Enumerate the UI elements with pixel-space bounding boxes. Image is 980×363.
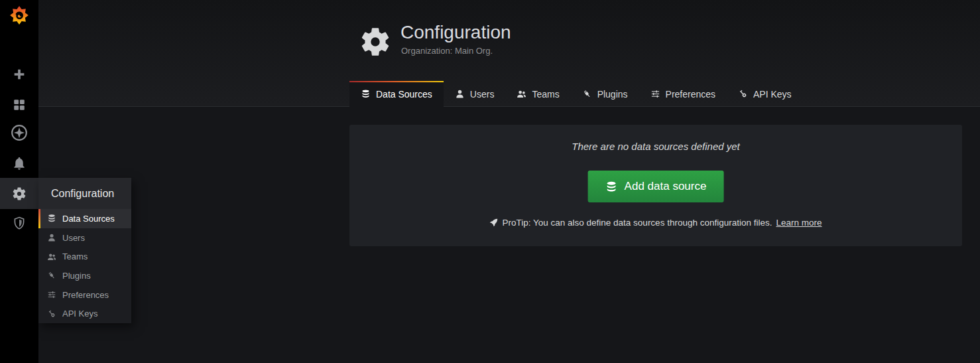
empty-state-message: There are no data sources defined yet — [349, 141, 962, 152]
tab-users[interactable]: Users — [444, 81, 506, 107]
grafana-logo-icon[interactable] — [9, 5, 29, 25]
tab-data-sources[interactable]: Data Sources — [349, 81, 444, 107]
protip-text: ProTip: You can also define data sources… — [502, 218, 772, 228]
bell-icon[interactable] — [0, 149, 38, 177]
user-icon — [47, 233, 56, 242]
flyout-item-api-keys[interactable]: API Keys — [38, 304, 131, 323]
configuration-flyout: Configuration Data Sources Users Teams P… — [38, 178, 131, 323]
protip-line: ProTip: You can also define data sources… — [349, 218, 962, 228]
key-icon — [738, 89, 748, 99]
rocket-icon — [489, 218, 498, 227]
users-icon — [517, 89, 526, 99]
key-icon — [47, 309, 56, 319]
plus-icon[interactable] — [0, 60, 38, 88]
flyout-item-label: Users — [62, 233, 85, 243]
compass-icon[interactable] — [0, 119, 38, 147]
tab-plugins[interactable]: Plugins — [571, 81, 639, 107]
plug-icon — [582, 89, 592, 99]
users-icon — [47, 252, 56, 261]
gear-icon[interactable] — [0, 178, 38, 209]
empty-datasources-panel: There are no data sources defined yet Ad… — [349, 125, 962, 246]
add-data-source-label: Add data source — [625, 180, 707, 193]
apps-grid-icon[interactable] — [0, 91, 38, 119]
flyout-title: Configuration — [38, 178, 131, 209]
tab-label: Users — [470, 89, 495, 100]
tab-label: Preferences — [666, 89, 715, 100]
learn-more-link[interactable]: Learn more — [776, 218, 822, 228]
flyout-item-data-sources[interactable]: Data Sources — [38, 209, 131, 228]
plug-icon — [47, 271, 56, 280]
database-icon — [47, 214, 56, 223]
flyout-item-label: Preferences — [62, 290, 109, 300]
tab-label: API Keys — [753, 89, 792, 100]
tab-bar: Data Sources Users Teams Plugins Prefere… — [349, 81, 803, 107]
tab-label: Plugins — [597, 89, 628, 100]
page-title: Configuration — [400, 22, 511, 43]
shield-icon[interactable] — [0, 209, 38, 237]
database-icon — [605, 181, 618, 193]
sliders-icon — [650, 89, 660, 99]
flyout-item-label: Teams — [62, 252, 88, 261]
tab-label: Data Sources — [376, 89, 432, 100]
flyout-item-teams[interactable]: Teams — [38, 247, 131, 266]
flyout-item-preferences[interactable]: Preferences — [38, 285, 131, 305]
tab-label: Teams — [532, 89, 559, 100]
flyout-item-plugins[interactable]: Plugins — [38, 266, 131, 285]
add-data-source-button[interactable]: Add data source — [588, 171, 724, 202]
flyout-item-label: Data Sources — [62, 214, 115, 224]
page-subtitle: Organization: Main Org. — [401, 46, 493, 56]
flyout-item-users[interactable]: Users — [38, 228, 131, 248]
tab-preferences[interactable]: Preferences — [639, 81, 727, 107]
tab-api-keys[interactable]: API Keys — [727, 81, 803, 107]
sidebar — [0, 0, 38, 363]
main-area: Configuration Organization: Main Org. Da… — [38, 0, 980, 363]
page-header: Configuration Organization: Main Org. Da… — [38, 0, 980, 107]
flyout-item-label: Plugins — [62, 271, 91, 281]
user-icon — [455, 89, 465, 99]
flyout-item-label: API Keys — [62, 309, 97, 319]
gear-icon — [358, 25, 393, 59]
tab-teams[interactable]: Teams — [505, 81, 570, 107]
database-icon — [361, 89, 371, 99]
sliders-icon — [47, 290, 56, 299]
